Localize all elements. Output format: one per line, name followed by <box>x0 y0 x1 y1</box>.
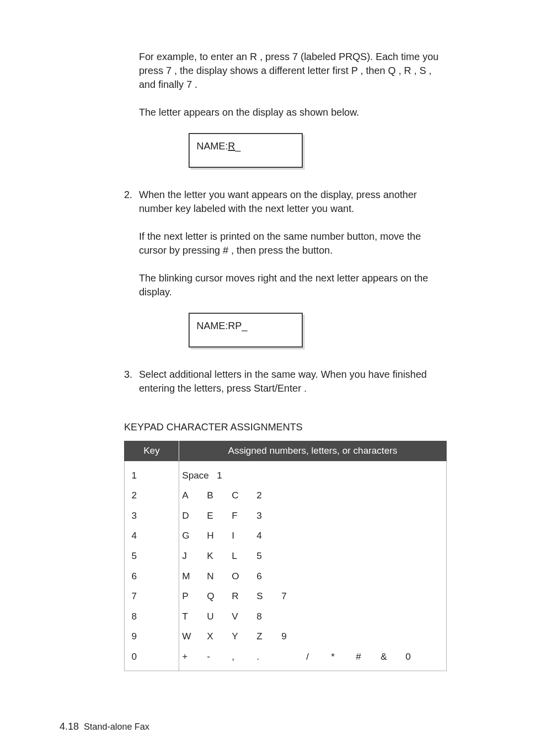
th-assigned: Assigned numbers, letters, or characters <box>179 441 447 461</box>
paragraph-appears: The letter appears on the display as sho… <box>124 105 447 119</box>
step-2-sub1: If the next letter is printed on the sam… <box>124 229 447 257</box>
char: 9 <box>281 630 306 643</box>
chars-cell: ABC2 <box>179 485 447 506</box>
char: 3 <box>257 509 281 523</box>
step-number: 3. <box>124 367 139 395</box>
chars-cell: TUV8 <box>179 607 447 627</box>
table-row: 8TUV8 <box>125 607 447 627</box>
char: / <box>306 650 331 664</box>
key-R: R <box>250 51 257 62</box>
char: E <box>207 509 232 523</box>
key-cell: 6 <box>125 566 179 587</box>
table-row: 0+-,./*#&0 <box>125 647 447 671</box>
step-text: Select additional letters in the same wa… <box>139 367 447 395</box>
display-box-2-wrap: NAME:RP_ <box>189 313 447 347</box>
text: , <box>411 65 419 76</box>
char: R <box>232 590 257 603</box>
char: Space <box>182 469 217 482</box>
chars-cell: WXYZ9 <box>179 626 447 647</box>
key-cell: 8 <box>125 607 179 627</box>
key-P: P <box>351 65 358 76</box>
display-value: RP <box>228 320 242 331</box>
key-cell: 4 <box>125 526 179 546</box>
chars-cell: +-,./*#&0 <box>179 647 447 671</box>
char: * <box>331 650 356 664</box>
char: - <box>207 650 232 664</box>
table-row: 1Space1 <box>125 461 447 485</box>
char: O <box>232 570 257 583</box>
text: , then press the button. <box>228 245 333 256</box>
key-hash: # <box>223 245 228 256</box>
table-title: KEYPAD CHARACTER ASSIGNMENTS <box>124 420 447 434</box>
step-number: 2. <box>124 188 139 215</box>
display-label: NAME: <box>197 140 228 151</box>
char: A <box>182 489 207 502</box>
char: , <box>232 650 257 664</box>
char: H <box>207 529 232 543</box>
char: U <box>207 610 232 623</box>
text: For example, to enter an <box>139 51 250 62</box>
key-S: S <box>419 65 426 76</box>
char: # <box>356 650 381 664</box>
char: C <box>232 489 257 502</box>
table-row: 7PQRS7 <box>125 586 447 607</box>
key-cell: 9 <box>125 626 179 647</box>
display-value: R <box>228 140 235 151</box>
step-2-sub2: The blinking cursor moves right and the … <box>124 271 447 299</box>
chars-cell: Space1 <box>179 461 447 485</box>
table-row: 3DEF3 <box>125 506 447 526</box>
text: , press <box>257 51 292 62</box>
char: V <box>232 610 257 623</box>
char: J <box>182 550 207 563</box>
char: P <box>182 590 207 603</box>
char: N <box>207 570 232 583</box>
char: L <box>232 550 257 563</box>
char: 4 <box>257 529 281 543</box>
text: , <box>396 65 404 76</box>
char: & <box>381 650 405 664</box>
char: K <box>207 550 232 563</box>
key-cell: 0 <box>125 647 179 671</box>
char: S <box>257 590 281 603</box>
key-cell: 1 <box>125 461 179 485</box>
text: , then <box>358 65 388 76</box>
chars-cell: GHI4 <box>179 526 447 546</box>
display-label: NAME: <box>197 320 228 331</box>
char: 2 <box>257 489 281 502</box>
char: B <box>207 489 232 502</box>
char: 7 <box>281 590 306 603</box>
text: . <box>301 383 307 394</box>
key-R: R <box>404 65 411 76</box>
key-cell: 3 <box>125 506 179 526</box>
char: T <box>182 610 207 623</box>
keypad-table: Key Assigned numbers, letters, or charac… <box>124 441 447 671</box>
cursor: _ <box>242 320 247 331</box>
key-7: 7 <box>292 51 298 62</box>
chars-cell: PQRS7 <box>179 586 447 607</box>
char: 6 <box>257 570 281 583</box>
key-7: 7 <box>187 79 192 90</box>
step-3: 3. Select additional letters in the same… <box>124 367 447 395</box>
char: Q <box>207 590 232 603</box>
char: G <box>182 529 207 543</box>
table-row: 9WXYZ9 <box>125 626 447 647</box>
chars-cell: JKL5 <box>179 546 447 566</box>
key-Q: Q <box>388 65 396 76</box>
char: X <box>207 630 232 643</box>
char: 1 <box>217 469 242 482</box>
chars-cell: DEF3 <box>179 506 447 526</box>
key-cell: 7 <box>125 586 179 607</box>
char: Y <box>232 630 257 643</box>
th-key: Key <box>125 441 179 461</box>
key-start-enter: Start/Enter <box>254 383 301 394</box>
char: 0 <box>405 650 430 664</box>
char: D <box>182 509 207 523</box>
step-2: 2. When the letter you want appears on t… <box>124 188 447 215</box>
text: . <box>192 79 198 90</box>
display-box-1-wrap: NAME:R_ <box>189 133 447 168</box>
key-cell: 5 <box>125 546 179 566</box>
char: + <box>182 650 207 664</box>
key-7: 7 <box>166 65 171 76</box>
key-cell: 2 <box>125 485 179 506</box>
char: Z <box>257 630 281 643</box>
